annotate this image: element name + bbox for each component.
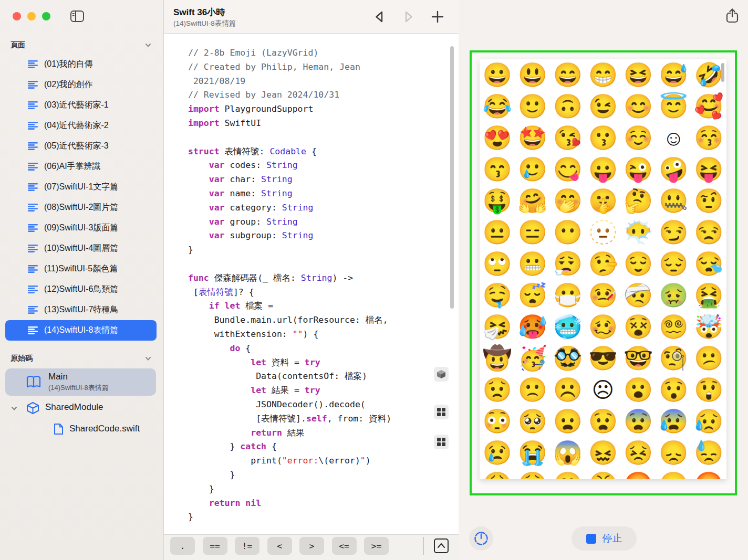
operator-button[interactable]: . (170, 537, 195, 555)
emoji-cell: 🥱 (550, 469, 585, 479)
zoom-window-button[interactable] (42, 12, 50, 20)
emoji-cell: 😛 (585, 154, 620, 185)
emoji-cell: 🤬 (691, 469, 726, 479)
list-icon (28, 142, 38, 150)
snippet-grid-button[interactable] (434, 435, 449, 449)
stop-button[interactable]: 停止 (572, 526, 637, 551)
code-scrollbar[interactable] (450, 46, 454, 309)
list-icon (28, 60, 38, 68)
speedometer-icon (473, 531, 489, 546)
emoji-cell: 😙 (480, 154, 515, 185)
minimize-window-button[interactable] (27, 12, 36, 20)
sidebar-page-item[interactable]: (04)近代藝術家-2 (0, 115, 164, 136)
snippet-grid-button[interactable] (434, 405, 449, 419)
emoji-cell: 🤒 (585, 280, 620, 311)
sidebar-page-item[interactable]: (10)SwiftUI-4圖層篇 (0, 238, 164, 259)
emoji-cell: 😍 (480, 122, 515, 154)
emoji-cell: 😨 (621, 406, 656, 437)
operator-button[interactable]: < (267, 537, 292, 555)
emoji-cell: 🤗 (515, 185, 550, 217)
emoji-cell: 😵 (621, 311, 656, 343)
sidebar-page-item[interactable]: (14)SwiftUI-8表情篇 (5, 320, 157, 341)
emoji-cell: 😒 (691, 217, 726, 248)
emoji-cell: 😎 (585, 343, 620, 374)
emoji-cell: 😆 (621, 59, 656, 91)
sidebar-page-item[interactable]: (03)近代藝術家-1 (0, 95, 164, 115)
emoji-cell: 🤥 (585, 248, 620, 280)
page-item-label: (08)SwiftUI-2圖片篇 (44, 202, 118, 213)
emoji-cell: 😜 (621, 154, 656, 185)
emoji-cell: 🤩 (515, 122, 550, 154)
preview-scrollbar[interactable] (721, 63, 724, 82)
emoji-cell: 😠 (656, 469, 691, 479)
emoji-cell: 😓 (691, 437, 726, 469)
list-icon (28, 101, 38, 109)
operator-button[interactable]: != (235, 537, 259, 555)
chevron-down-icon[interactable] (11, 405, 18, 412)
sidebar-page-item[interactable]: (13)SwiftUI-7特種鳥 (0, 300, 164, 320)
file-item-label: SharedCode.swift (69, 424, 140, 434)
sidebar-toggle-icon[interactable] (69, 8, 85, 24)
sidebar-page-item[interactable]: (05)近代藝術家-3 (0, 136, 164, 156)
module-cube-icon (436, 369, 446, 379)
emoji-cell: 🥸 (550, 343, 585, 374)
sidebar-item-sharedcode[interactable]: SharedCode.swift (0, 421, 164, 437)
emoji-cell: 🙂 (515, 91, 550, 122)
code-text: // 2-8b Emoji (LazyVGrid)// Created by P… (188, 46, 391, 524)
sidebar-page-item[interactable]: (11)SwiftUI-5顏色篇 (0, 259, 164, 279)
sidebar-page-item[interactable]: (12)SwiftUI-6鳥類篇 (0, 279, 164, 300)
sidebar-item-main[interactable]: Main (14)SwiftUI-8表情篇 (5, 368, 156, 396)
emoji-cell: 😦 (550, 406, 585, 437)
page-item-label: (10)SwiftUI-4圖層篇 (44, 243, 118, 254)
emoji-cell: 🫥 (585, 217, 620, 248)
code-header: Swift 36小時 (14)SwiftUI-8表情篇 (164, 0, 459, 34)
code-toolbar: .==!=<><=>= (164, 534, 459, 560)
emoji-cell: 😭 (515, 437, 550, 469)
emoji-cell: 😶 (550, 217, 585, 248)
emoji-cell: 😇 (656, 91, 691, 122)
code-editor[interactable]: // 2-8b Emoji (LazyVGrid)// Created by P… (164, 34, 459, 534)
keyboard-dismiss-icon[interactable] (431, 536, 451, 556)
stop-square-icon (586, 534, 596, 544)
emoji-cell: 😤 (585, 469, 620, 479)
sidebar-item-sharedmodule[interactable]: SharedModule (0, 400, 164, 416)
back-icon[interactable] (372, 9, 388, 25)
emoji-cell: 😳 (480, 406, 515, 437)
emoji-cell: 🤫 (585, 185, 620, 217)
chevron-down-icon[interactable] (144, 41, 152, 49)
page-item-label: (03)近代藝術家-1 (44, 100, 109, 111)
sidebar-page-item[interactable]: (09)SwiftUI-3版面篇 (0, 218, 164, 238)
performance-gauge-button[interactable] (469, 526, 493, 551)
list-icon (28, 224, 38, 232)
page-item-label: (02)我的創作 (44, 79, 92, 90)
emoji-cell: 😏 (656, 217, 691, 248)
emoji-cell: 🤔 (621, 185, 656, 217)
list-icon (28, 122, 38, 130)
book-icon (26, 375, 41, 389)
emoji-cell: 🥺 (515, 406, 550, 437)
operator-button[interactable]: == (203, 537, 227, 555)
add-icon[interactable] (430, 9, 445, 25)
operator-button[interactable]: > (299, 537, 324, 555)
sidebar-page-item[interactable]: (07)SwiftUI-1文字篇 (0, 177, 164, 197)
pages-list: (01)我的自傳 (02)我的創作 (03)近代藝術家-1 (04)近代藝術家-… (0, 54, 164, 341)
emoji-cell: 😃 (515, 59, 550, 91)
forward-icon[interactable] (400, 9, 416, 25)
emoji-cell: ☹️ (550, 374, 585, 406)
emoji-cell: 😶‍🌫️ (621, 217, 656, 248)
emoji-cell: 🥳 (515, 343, 550, 374)
sidebar-page-item[interactable]: (02)我的創作 (0, 75, 164, 95)
emoji-cell: 😖 (585, 437, 620, 469)
emoji-cell: 😗 (585, 122, 620, 154)
sidebar-page-item[interactable]: (01)我的自傳 (0, 54, 164, 75)
sidebar-page-item[interactable]: (06)AI手掌辨識 (0, 156, 164, 177)
chevron-down-icon[interactable] (144, 355, 152, 362)
share-icon[interactable] (724, 7, 740, 24)
emoji-grid: 😀😃😄😁😆😅🤣😂🙂🙃😉😊😇🥰😍🤩😘😗☺️☺︎😚😙🥲😋😛😜🤪😝🤑🤗🤭🤫🤔🤐🤨😐😑😶… (480, 59, 726, 479)
close-window-button[interactable] (13, 12, 21, 20)
module-cube-button[interactable] (434, 367, 449, 382)
emoji-cell: 🤓 (621, 343, 656, 374)
operator-button[interactable]: <= (332, 537, 357, 555)
operator-button[interactable]: >= (364, 537, 389, 555)
sidebar-page-item[interactable]: (08)SwiftUI-2圖片篇 (0, 197, 164, 218)
